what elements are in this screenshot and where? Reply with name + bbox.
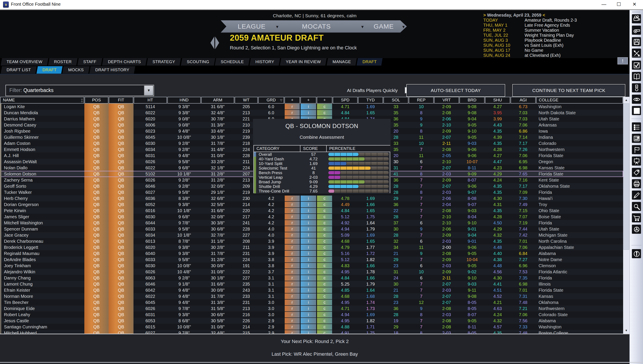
player-row[interactable]: Broderick LeggettQBQB60209 3/8"30 2/8"21…	[0, 244, 623, 250]
column-header-shu[interactable]: SHU	[485, 97, 510, 104]
player-row[interactable]: Norman MooreQBQB60229 4/8"31 7/8"2333.1r…	[0, 293, 623, 299]
news-icon[interactable]	[632, 134, 641, 143]
menu-game[interactable]: GAME	[374, 23, 394, 30]
player-row[interactable]: Derek CharbonneauQBQB60138 7/8"31 1/8"20…	[0, 238, 623, 244]
pencil-icon[interactable]	[632, 190, 641, 200]
column-header-college[interactable]: COLLEGE	[536, 97, 623, 104]
column-header-hnd[interactable]: HND	[167, 97, 201, 104]
column-header-brd[interactable]: BRD	[460, 97, 484, 104]
tab-year-in-review[interactable]: YEAR IN REVIEW	[280, 58, 327, 66]
scrollbar-thumb[interactable]	[623, 103, 629, 250]
subtab-mocks[interactable]: MOCKS	[62, 66, 90, 74]
medal-icon[interactable]	[632, 83, 641, 92]
alert-button[interactable]: !	[618, 57, 628, 64]
easel-icon[interactable]	[632, 156, 641, 166]
player-row[interactable]: Dominique EideQBQB60269 7/8"31 5/8"2133.…	[0, 306, 623, 312]
scroll-up-icon[interactable]: ▲	[623, 97, 630, 103]
menu-league[interactable]: LEAGUE	[238, 23, 266, 30]
tag-icon[interactable]	[632, 168, 641, 177]
player-row[interactable]: Tim BeecherQBQB60459 4/8"31 3/8"2313.0ri…	[0, 299, 623, 306]
player-row[interactable]: Herb CherryQBQB60368 3/8"32 6/8"2304.2ri…	[0, 195, 623, 202]
window-maximize-button[interactable]: ☐	[612, 0, 626, 9]
wheel-icon[interactable]	[632, 224, 641, 234]
player-row[interactable]: Mitchell HubbardQBQB60279 7/8"32 4/8"215…	[0, 330, 623, 334]
tab-roster[interactable]: ROSTER	[48, 58, 78, 66]
column-header-fit[interactable]: FIT	[109, 97, 133, 104]
flag-icon[interactable]	[632, 145, 641, 154]
player-row[interactable]: Alejandro WilkinQBQB602610 4/8"31 0/8"22…	[0, 269, 623, 275]
tasks-icon[interactable]	[632, 60, 641, 70]
cart-icon[interactable]	[632, 213, 641, 222]
column-header-ht[interactable]: HT	[134, 97, 167, 104]
player-row[interactable]: Jace GraceyQBQB603410 1/8"32 7/8"2274.0r…	[0, 232, 623, 238]
list-icon[interactable]	[632, 122, 641, 132]
continue-next-pick-button[interactable]: CONTINUE TO NEXT TEAM PICK	[512, 84, 625, 97]
almanac-icon[interactable]	[632, 72, 641, 81]
column-header-vrt[interactable]: VRT	[434, 97, 459, 104]
player-row[interactable]: James SligerQBQB60309 6/8"32 0/8"2174.2r…	[0, 214, 623, 220]
player-row[interactable]: Santiago CunninghamQBQB601510 0/8"31 0/8…	[0, 324, 623, 330]
dropdown-arrow-icon[interactable]: ▼	[144, 86, 153, 95]
player-row[interactable]: Danny ChangQBQB60639 2/8"30 1/8"2273.1ri…	[0, 275, 623, 281]
search-icon[interactable]	[632, 202, 641, 211]
nav-diamond-icon[interactable]	[210, 36, 219, 49]
column-header-plus-10[interactable]: +	[317, 97, 332, 104]
tab-strategy[interactable]: STRATEGY	[146, 58, 181, 66]
player-row[interactable]: Jesus CastleQBQB60538 6/8"30 5/8"2262.9r…	[0, 318, 623, 324]
filter-dropdown[interactable]: Filter: Quarterbacks ▼	[6, 85, 154, 96]
column-header-tyd[interactable]: TYD	[358, 97, 383, 104]
tab-draft[interactable]: DRAFT	[356, 58, 382, 66]
tab-scouting[interactable]: SCOUTING	[181, 58, 215, 66]
percentile-bar	[327, 180, 390, 184]
column-header-wt[interactable]: WT	[235, 97, 258, 104]
player-row[interactable]: Dorian GregersonQBQB60529 3/8"32 5/8"214…	[0, 202, 623, 208]
tab-team-overview[interactable]: TEAM OVERVIEW	[1, 58, 48, 66]
tools-icon[interactable]	[632, 48, 641, 58]
printer-icon[interactable]	[632, 179, 641, 188]
column-header-spd[interactable]: SPD	[333, 97, 358, 104]
projector-icon[interactable]	[632, 14, 641, 24]
player-row[interactable]: Logan KiteQBQB51149 3/8"31 6/8"2056.0ric…	[0, 104, 623, 110]
column-header-name[interactable]: NAME⌶	[0, 97, 84, 104]
tab-staff[interactable]: STAFF	[77, 58, 102, 66]
player-college: Michigan State	[536, 232, 623, 238]
player-row[interactable]: Efrain KeisterQBQB60429 4/8"30 0/8"2433.…	[0, 287, 623, 293]
run-chip: r	[285, 196, 300, 201]
column-header-rep[interactable]: REP	[409, 97, 434, 104]
tab-schedule[interactable]: SCHEDULE	[215, 58, 250, 66]
menu-mocats[interactable]: MOCATS	[302, 23, 331, 30]
player-row[interactable]: Mitchell WashingtonQBQB60449 7/8"30 3/8"…	[0, 220, 623, 226]
subtab-draft[interactable]: DRAFT	[36, 66, 62, 74]
player-row[interactable]: Lamont ChungQBQB60469 1/8"31 6/8"2353.1r…	[0, 281, 623, 287]
tab-history[interactable]: HISTORY	[250, 58, 280, 66]
window-minimize-button[interactable]: —	[597, 0, 611, 9]
tab-manage[interactable]: MANAGE	[327, 58, 357, 66]
column-header-agi[interactable]: AGI	[510, 97, 536, 104]
column-header-arm[interactable]: ARM	[201, 97, 234, 104]
player-row[interactable]: Robert LeahyQBQB60319 3/8"30 6/8"2163.0r…	[0, 312, 623, 318]
whistle-icon[interactable]	[632, 26, 641, 35]
player-row[interactable]: Pete KirwinQBQB601610 1/8"31 6/8"2204.2r…	[0, 208, 623, 214]
column-header-pos[interactable]: POS	[84, 97, 108, 104]
subtab-draft-history[interactable]: DRAFT HISTORY	[89, 66, 135, 74]
player-row[interactable]: Duncan MendiolaQBQB60229 3/8"32 4/8"2136…	[0, 110, 623, 116]
player-row[interactable]: Joey TinkhamQBQB603010 0/8"30 0/8"1913.8…	[0, 262, 623, 269]
scroll-down-icon[interactable]: ▼	[623, 327, 630, 334]
auto-select-today-button[interactable]: AUTO-SELECT TODAY	[406, 84, 505, 97]
save-icon[interactable]	[632, 37, 641, 46]
column-header-plus-9[interactable]: +	[300, 97, 316, 104]
player-row[interactable]: DeAndre BladesQBQB60339 5/8"31 2/8"2243.…	[0, 256, 623, 262]
vertical-scrollbar[interactable]: ▲ ▼	[623, 97, 630, 334]
info-icon[interactable]	[632, 249, 641, 258]
window-close-button[interactable]: ✕	[628, 0, 642, 9]
tab-depth-charts[interactable]: DEPTH CHARTS	[102, 58, 147, 66]
column-header-grd[interactable]: GRD▽	[258, 97, 284, 104]
subtab-draft-list[interactable]: DRAFT LIST	[1, 66, 37, 74]
player-row[interactable]: Spencer DunnamQBQB60339 5/8"30 6/8"2284.…	[0, 226, 623, 232]
grid-icon[interactable]	[632, 106, 641, 115]
column-header-plus-8[interactable]: +	[284, 97, 300, 104]
cmp-chip: c	[317, 196, 332, 201]
eye-icon[interactable]	[632, 94, 641, 104]
player-row[interactable]: Reginald MaumauQBQB60409 3/8"31 7/8"2313…	[0, 250, 623, 256]
column-header-sol[interactable]: SOL	[384, 97, 408, 104]
